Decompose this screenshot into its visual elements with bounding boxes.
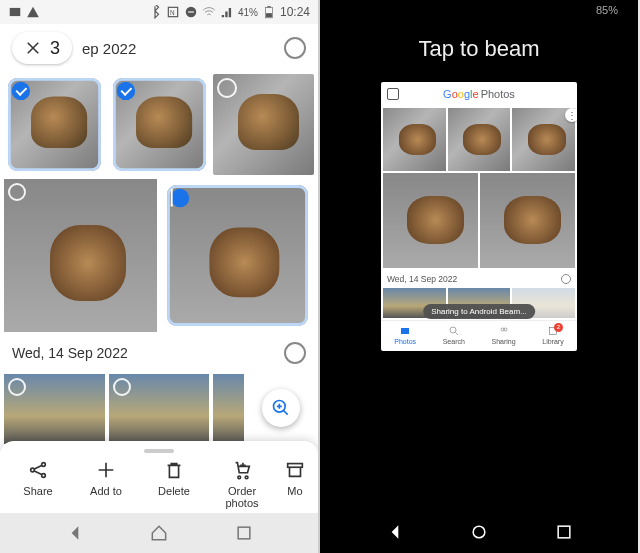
svg-point-13 [245, 476, 248, 479]
photo-thumbnail[interactable] [113, 78, 206, 171]
phone-android-beam: 85% Tap to beam GooglePhotos Wed, 14 Sep… [320, 0, 638, 553]
nav-sharing: Sharing [492, 325, 516, 345]
mini-grid [381, 106, 577, 173]
phone-google-photos-selection: N 41% 10:24 3 ep 2022 Wed, 14 Sep 2022 [0, 0, 320, 553]
order-label: Order photos [212, 485, 272, 509]
photo-thumbnail[interactable] [109, 374, 210, 444]
nav-library: 2 Library [542, 325, 563, 345]
photo-thumbnail[interactable] [4, 374, 105, 444]
drag-handle[interactable] [144, 449, 174, 453]
svg-rect-16 [401, 328, 409, 334]
date-label: Wed, 14 Sep 2022 [387, 274, 457, 284]
battery-icon [262, 5, 276, 19]
dnd-icon [184, 5, 198, 19]
svg-point-11 [42, 474, 46, 478]
home-icon[interactable] [469, 522, 489, 542]
add-label: Add to [90, 485, 122, 497]
photo-grid-row1 [0, 72, 318, 177]
date-header-partial: ep 2022 [82, 40, 136, 57]
svg-point-18 [501, 328, 504, 331]
select-circle-icon [561, 274, 571, 284]
toast-message: Sharing to Android Beam... [423, 304, 535, 319]
back-icon[interactable] [65, 523, 85, 543]
svg-rect-7 [266, 13, 272, 17]
select-circle-icon[interactable] [113, 378, 131, 396]
action-sheet: Share Add to Delete Order photos Mo [0, 441, 318, 513]
select-all-circle[interactable] [284, 37, 306, 59]
badge-count: 2 [554, 323, 563, 332]
share-label: Share [23, 485, 52, 497]
share-icon [27, 459, 49, 481]
bottom-nav: Photos Search Sharing 2 Library [381, 320, 577, 351]
more-button[interactable]: Mo [280, 459, 310, 509]
nav-photos: Photos [394, 325, 416, 345]
delete-button[interactable]: Delete [144, 459, 204, 509]
photo-thumbnail[interactable] [213, 374, 243, 444]
select-circle-icon[interactable] [217, 78, 237, 98]
photo-thumbnail [383, 173, 478, 268]
checkmark-icon [171, 188, 189, 206]
google-photos-logo: GooglePhotos [443, 88, 515, 100]
selection-pill[interactable]: 3 [12, 32, 72, 64]
date-section-header: Wed, 14 Sep 2022 [381, 270, 577, 288]
svg-point-10 [42, 463, 46, 467]
select-all-circle[interactable] [284, 342, 306, 364]
more-icon [565, 108, 577, 122]
photo-thumbnail[interactable] [167, 185, 308, 326]
photo-grid-row2 [0, 177, 318, 332]
nav-search: Search [443, 325, 465, 345]
photo-thumbnail [383, 108, 446, 171]
sharing-icon [498, 325, 510, 337]
android-nav-bar [320, 511, 638, 553]
wifi-icon [202, 5, 216, 19]
photos-icon [399, 325, 411, 337]
beam-prompt[interactable]: Tap to beam [320, 36, 638, 62]
beam-preview-card[interactable]: GooglePhotos Wed, 14 Sep 2022 Sharing to… [381, 82, 577, 351]
photo-thumbnail [512, 108, 575, 171]
select-circle-icon[interactable] [8, 183, 26, 201]
photo-thumbnail [448, 108, 511, 171]
photo-thumbnail[interactable] [8, 78, 101, 171]
photo-thumbnail[interactable] [4, 179, 157, 332]
image-icon [8, 5, 22, 19]
svg-rect-4 [188, 11, 194, 12]
back-icon[interactable] [385, 522, 405, 542]
svg-point-12 [238, 476, 241, 479]
add-to-button[interactable]: Add to [76, 459, 136, 509]
photo-thumbnail [480, 173, 575, 268]
app-header: GooglePhotos [381, 82, 577, 106]
zoom-button[interactable] [262, 389, 300, 427]
svg-point-17 [450, 327, 456, 333]
date-section-header[interactable]: Wed, 14 Sep 2022 [0, 332, 318, 374]
share-button[interactable]: Share [8, 459, 68, 509]
zoom-in-icon [271, 398, 291, 418]
close-icon[interactable] [24, 39, 42, 57]
status-bar: N 41% 10:24 [0, 0, 318, 24]
trash-icon [163, 459, 185, 481]
plus-icon [95, 459, 117, 481]
archive-icon [284, 459, 306, 481]
bluetooth-icon [148, 5, 162, 19]
cart-icon [231, 459, 253, 481]
svg-point-21 [473, 526, 485, 538]
library-icon: 2 [547, 325, 559, 337]
nfc-icon: N [166, 5, 180, 19]
android-nav-bar [0, 513, 318, 553]
home-icon[interactable] [149, 523, 169, 543]
signal-icon [220, 5, 234, 19]
recents-icon[interactable] [554, 522, 574, 542]
clock: 10:24 [280, 5, 310, 19]
battery-percent: 85% [596, 4, 618, 16]
svg-point-19 [504, 328, 507, 331]
svg-text:N: N [170, 9, 175, 16]
battery-percent: 41% [238, 7, 258, 18]
svg-rect-22 [558, 526, 570, 538]
order-photos-button[interactable]: Order photos [212, 459, 272, 509]
selection-header: 3 ep 2022 [0, 24, 318, 72]
select-circle-icon[interactable] [8, 378, 26, 396]
recents-icon[interactable] [234, 523, 254, 543]
warning-icon [26, 5, 40, 19]
photo-thumbnail[interactable] [213, 74, 314, 175]
svg-rect-15 [238, 527, 250, 539]
svg-point-9 [31, 468, 35, 472]
